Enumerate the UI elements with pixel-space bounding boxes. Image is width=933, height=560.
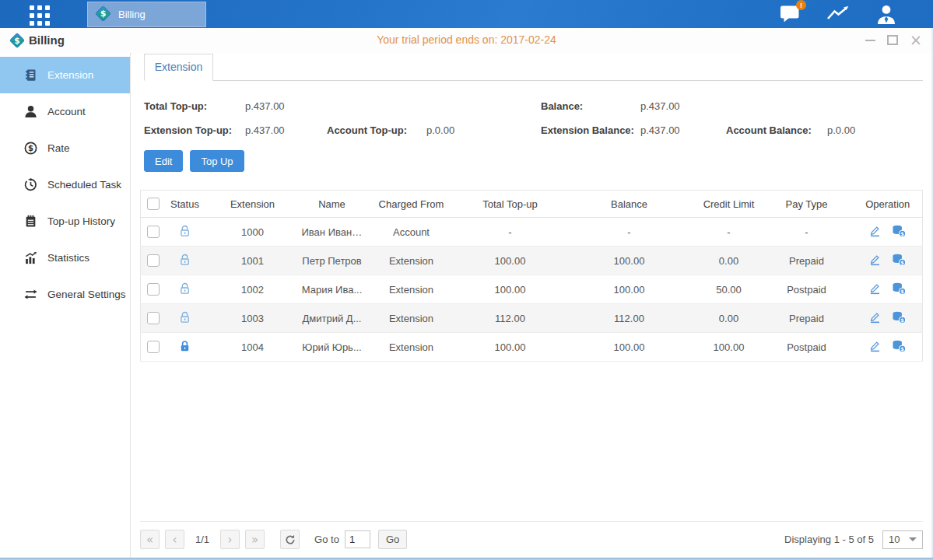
svg-text:$: $ [901, 259, 905, 265]
row-checkbox[interactable] [147, 341, 160, 353]
topup-coins-icon[interactable]: $ [892, 282, 907, 297]
sidebar-item-account[interactable]: Account [0, 93, 130, 130]
balance-cell: 100.00 [561, 247, 698, 275]
svg-text:$: $ [901, 345, 905, 352]
notification-badge: ! [796, 0, 806, 10]
table-row: 1002Мария Ива...Extension100.00100.0050.… [141, 275, 923, 304]
edit-pencil-icon[interactable] [868, 225, 881, 240]
charged-from-cell: Account [363, 218, 460, 247]
edit-pencil-icon[interactable] [868, 254, 881, 268]
balance-value: p.437.00 [640, 100, 726, 112]
balance-label: Balance: [541, 100, 640, 112]
first-page-button[interactable]: « [140, 530, 160, 549]
refresh-button[interactable] [280, 530, 300, 549]
sidebar-item-label: Rate [47, 142, 70, 154]
lock-open-icon [179, 314, 191, 326]
pay-type-cell: Prepaid [760, 304, 854, 333]
svg-text:$: $ [27, 144, 33, 152]
row-checkbox[interactable] [147, 312, 160, 324]
main-content: Extension Total Top-up: p.437.00 Balance… [132, 53, 933, 558]
column-header: Credit Limit [698, 191, 760, 218]
minimize-button[interactable] [865, 40, 875, 41]
page-size-select[interactable]: 10 [882, 530, 923, 549]
credit-limit-cell: 0.00 [698, 304, 760, 333]
total-topup-cell: 100.00 [460, 333, 561, 362]
svg-text:$: $ [100, 9, 107, 19]
column-header: Pay Type [760, 191, 854, 218]
person-icon [23, 105, 37, 119]
total-topup-cell: - [460, 218, 561, 247]
exchange-arrows-icon [23, 288, 37, 302]
sidebar-item-statistics[interactable]: Statistics [0, 240, 130, 276]
column-header: Balance [561, 191, 698, 218]
sidebar-item-rate[interactable]: $Rate [0, 130, 130, 166]
sidebar-item-label: Account [47, 106, 86, 117]
task-tab-billing[interactable]: $ Billing [87, 2, 206, 27]
charged-from-cell: Extension [363, 304, 460, 333]
stats-button[interactable] [826, 5, 850, 23]
extension-cell: 1001 [205, 247, 301, 275]
tab-extension[interactable]: Extension [144, 54, 213, 81]
prev-page-button[interactable]: ‹ [165, 530, 184, 549]
top-up-button[interactable]: Top Up [190, 150, 244, 172]
pay-type-cell: Postpaid [760, 333, 854, 362]
row-checkbox[interactable] [147, 254, 160, 267]
charged-from-cell: Extension [363, 247, 460, 275]
goto-page-input[interactable] [345, 530, 370, 548]
name-cell: Юрий Юрь... [301, 333, 363, 362]
extension-table: StatusExtensionNameCharged FromTotal Top… [140, 190, 922, 362]
maximize-button[interactable] [887, 35, 898, 45]
extension-cell: 1002 [205, 275, 301, 304]
edit-pencil-icon[interactable] [868, 282, 881, 297]
lock-closed-icon [179, 343, 191, 355]
name-cell: Иван Иванов [301, 218, 363, 247]
sidebar-item-label: Extension [47, 69, 93, 81]
task-tab-label: Billing [118, 9, 146, 20]
sidebar-item-scheduled-task[interactable]: Scheduled Task [0, 166, 130, 203]
lock-open-icon [179, 228, 191, 240]
pay-type-cell: - [760, 218, 854, 247]
pagination-bar: « ‹ 1/1 › » Go to Go Displaying 1 - 5 of… [140, 521, 923, 557]
topup-coins-icon[interactable]: $ [892, 340, 907, 355]
topup-coins-icon[interactable]: $ [892, 225, 907, 240]
column-header: Total Top-up [460, 191, 561, 218]
credit-limit-cell: 100.00 [698, 333, 760, 362]
total-topup-cell: 112.00 [460, 304, 561, 333]
page-size-value: 10 [889, 534, 900, 545]
column-header: Operation [854, 191, 923, 218]
topup-coins-icon[interactable]: $ [892, 254, 907, 268]
pay-type-cell: Postpaid [760, 275, 854, 304]
top-application-bar: $ Billing ! [0, 0, 933, 28]
select-all-checkbox[interactable] [147, 198, 160, 210]
sidebar-item-top-up-history[interactable]: Top-up History [0, 203, 130, 240]
next-page-button[interactable]: › [220, 530, 240, 549]
trial-notice: Your trial period ends on: 2017-02-24 [0, 28, 933, 52]
edit-pencil-icon[interactable] [868, 311, 881, 326]
total-topup-value: p.437.00 [245, 100, 327, 112]
goto-label: Go to [314, 534, 339, 545]
notifications-button[interactable]: ! [780, 5, 801, 23]
credit-limit-cell: 0.00 [698, 247, 760, 275]
edit-button[interactable]: Edit [144, 150, 183, 172]
table-row: 1004Юрий Юрь...Extension100.00100.00100.… [141, 333, 923, 362]
last-page-button[interactable]: » [245, 530, 265, 549]
sidebar-item-general-settings[interactable]: General Settings [0, 276, 130, 313]
charged-from-cell: Extension [363, 333, 460, 362]
close-button[interactable]: × [910, 33, 922, 47]
edit-pencil-icon[interactable] [868, 340, 881, 355]
row-checkbox[interactable] [147, 283, 160, 296]
go-button[interactable]: Go [378, 530, 407, 549]
svg-text:$: $ [901, 317, 905, 323]
displaying-text: Displaying 1 - 5 of 5 [784, 534, 874, 545]
table-header-row: StatusExtensionNameCharged FromTotal Top… [141, 191, 923, 218]
sidebar-item-label: General Settings [47, 289, 126, 300]
total-topup-cell: 100.00 [460, 247, 561, 275]
credit-limit-cell: 50.00 [698, 275, 760, 304]
billing-summary: Total Top-up: p.437.00 Balance: p.437.00… [144, 94, 923, 142]
ledger-icon [23, 68, 37, 82]
row-checkbox[interactable] [147, 226, 160, 238]
user-menu-button[interactable] [875, 5, 897, 24]
app-grid-icon[interactable] [30, 5, 51, 23]
sidebar-item-extension[interactable]: Extension [0, 57, 130, 93]
topup-coins-icon[interactable]: $ [892, 311, 907, 326]
